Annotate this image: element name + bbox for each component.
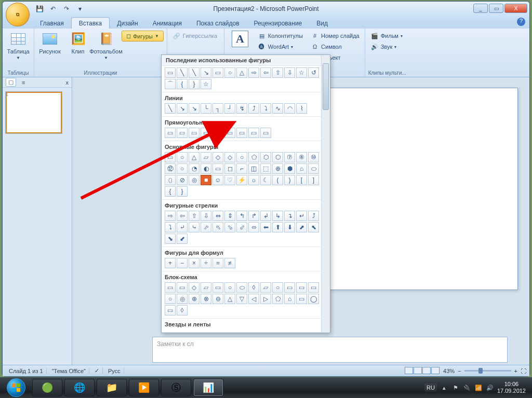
shape-item[interactable]: ◇ (224, 152, 235, 162)
shape-item[interactable]: ⬯ (165, 175, 176, 185)
shapes-button[interactable]: ◻ Фигуры ▼ (122, 31, 164, 42)
shape-item[interactable]: ↺ (308, 67, 319, 78)
shape-item[interactable]: ▷ (260, 294, 271, 304)
tray-power-icon[interactable]: 🔌 (463, 383, 471, 392)
notes-pane[interactable]: Заметки к сл (152, 337, 508, 363)
shape-item[interactable]: └ (201, 103, 211, 114)
shape-item[interactable]: ▭ (212, 163, 223, 174)
shape-item[interactable]: ☺ (212, 175, 223, 185)
textbox-button[interactable]: A (228, 31, 252, 47)
shape-item[interactable]: ⑩ (308, 152, 319, 162)
shape-item[interactable]: ⇦ (177, 211, 188, 221)
shape-item[interactable]: ↱ (248, 211, 259, 221)
shape-item[interactable]: ⬠ (248, 152, 259, 162)
tray-language[interactable]: RU (424, 383, 437, 392)
shape-item[interactable]: ▭ (296, 282, 307, 293)
shape-item[interactable]: ↘ (189, 103, 200, 114)
shape-item[interactable]: ▭ (236, 128, 247, 138)
shape-item[interactable]: ╲ (165, 103, 176, 114)
zoom-percent[interactable]: 43% (443, 368, 455, 374)
shape-item[interactable]: ╲ (189, 67, 200, 78)
view-buttons[interactable] (405, 367, 440, 375)
shape-item[interactable]: [ (296, 175, 307, 185)
tab-home[interactable]: Главная (33, 18, 71, 29)
shape-item[interactable]: ⬠ (272, 294, 283, 304)
shape-item[interactable]: ☾ (260, 175, 271, 185)
shape-item[interactable]: { (177, 79, 188, 89)
shape-item[interactable]: ) (284, 175, 295, 185)
help-button[interactable]: ? (517, 18, 525, 26)
shape-item[interactable]: ⬚ (260, 163, 271, 174)
shape-item[interactable]: ↰ (236, 211, 247, 221)
shape-item[interactable]: ⬊ (165, 234, 176, 244)
shape-item[interactable]: ☼ (248, 175, 259, 185)
office-button[interactable]: ⧉ (6, 3, 30, 26)
shape-item[interactable]: ▭ (165, 128, 176, 138)
shape-item[interactable]: ⌂ (296, 163, 307, 174)
shape-item[interactable]: { (165, 186, 176, 197)
tray-show-hidden-icon[interactable]: ▴ (440, 383, 448, 392)
zoom-in[interactable]: + (514, 368, 517, 374)
shape-item[interactable]: ⇨ (248, 67, 259, 78)
shape-item[interactable]: } (189, 79, 200, 89)
shape-item[interactable]: ○ (224, 67, 235, 78)
shape-item[interactable]: ⬉ (308, 222, 319, 232)
shape-item[interactable]: ⌇ (296, 103, 307, 114)
shape-item[interactable]: ⬡ (260, 152, 271, 162)
shape-item[interactable]: ⑫ (165, 163, 176, 174)
close-button[interactable]: X (504, 4, 527, 13)
shape-item[interactable]: ▭ (212, 128, 223, 138)
shape-item[interactable]: ⑦ (284, 152, 295, 162)
shape-item[interactable]: ⊕ (189, 294, 200, 304)
shape-item[interactable]: ⤴ (308, 211, 319, 221)
shape-item[interactable]: ┘ (224, 103, 235, 114)
shape-item[interactable]: ⚡ (236, 175, 247, 185)
shape-item[interactable]: ■ (201, 175, 211, 185)
fit-button[interactable]: ⛶ (521, 368, 526, 374)
shape-item[interactable]: ○ (177, 163, 188, 174)
shape-item[interactable]: ○ (236, 152, 247, 162)
table-button[interactable]: Таблица ▼ (6, 31, 31, 60)
shape-item[interactable]: ⌐ (236, 163, 247, 174)
shape-item[interactable]: ↘ (201, 67, 211, 78)
shape-item[interactable]: ⬁ (212, 222, 223, 232)
shape-item[interactable]: ◫ (248, 163, 259, 174)
photoalbum-button[interactable]: 📔Фотоальбом▼ (94, 31, 118, 60)
close-pane-button[interactable]: x (66, 79, 69, 86)
taskbar-ie[interactable]: 🌐 (64, 379, 95, 396)
shape-item[interactable]: ⌂ (284, 294, 295, 304)
shape-item[interactable]: ⤴ (248, 103, 259, 114)
shape-item[interactable]: ▽ (236, 294, 247, 304)
shape-item[interactable]: ⤵ (260, 103, 271, 114)
shape-item[interactable]: ⬇ (284, 222, 295, 232)
shape-item[interactable]: ⬄ (248, 222, 259, 232)
shape-item[interactable]: ⇩ (201, 211, 211, 221)
shape-item[interactable]: ◇ (189, 282, 200, 293)
shape-item[interactable]: ▭ (189, 128, 200, 138)
shape-item[interactable]: ◯ (308, 294, 319, 304)
sound-button[interactable]: 🔊Звук▾ (368, 42, 405, 52)
shape-item[interactable]: ⬀ (201, 222, 211, 232)
shape-item[interactable]: ⇩ (284, 67, 295, 78)
shapes-scrollbar[interactable] (321, 55, 330, 333)
shape-item[interactable]: ⤶ (177, 222, 188, 232)
shape-item[interactable]: ⬢ (284, 163, 295, 174)
start-button[interactable] (2, 378, 30, 397)
shape-item[interactable]: ▭ (284, 282, 295, 293)
shape-item[interactable]: ▭ (165, 305, 176, 315)
shape-item[interactable]: ▭ (165, 152, 176, 162)
shape-item[interactable]: ▱ (260, 282, 271, 293)
shape-item[interactable]: ☆ (201, 79, 211, 89)
slide-number-button[interactable]: #Номер слайда (309, 31, 362, 41)
shape-item[interactable]: ⬭ (236, 282, 247, 293)
shape-item[interactable]: ▭ (212, 282, 223, 293)
shape-item[interactable]: ◠ (284, 103, 295, 114)
shape-item[interactable]: △ (236, 67, 247, 78)
shape-item[interactable]: ⇔ (212, 211, 223, 221)
shape-item[interactable]: ↲ (260, 211, 271, 221)
tab-animation[interactable]: Анимация (145, 18, 189, 29)
shape-item[interactable]: ⬆ (272, 222, 283, 232)
shape-item[interactable]: ◻ (224, 163, 235, 174)
shape-item[interactable]: ⌒ (165, 79, 176, 89)
outline-tab[interactable]: ≡ (19, 78, 28, 87)
